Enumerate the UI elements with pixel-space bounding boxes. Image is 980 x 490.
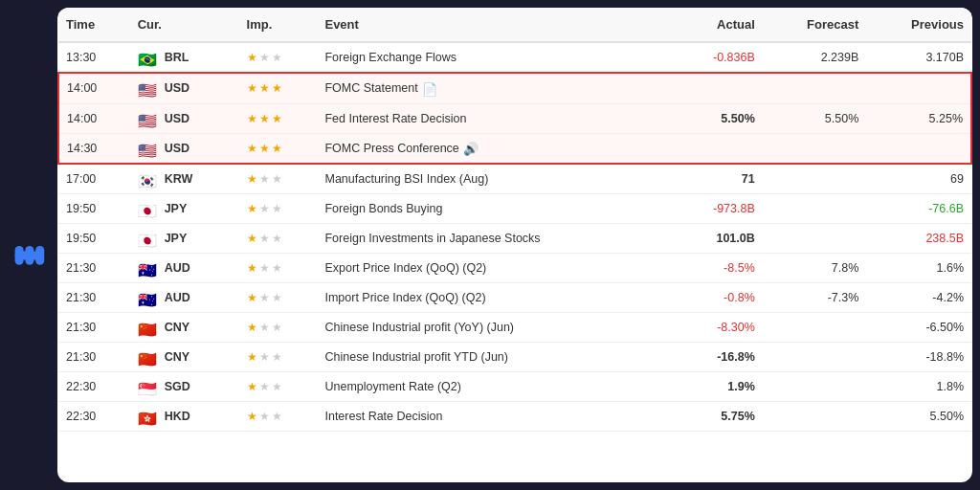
currency-code: AUD bbox=[165, 291, 190, 304]
event-name: Foreign Exchange Flows bbox=[324, 51, 457, 64]
header-event: Event bbox=[317, 8, 674, 42]
svg-rect-3 bbox=[15, 251, 45, 259]
cell-currency: 🇺🇸 USD bbox=[130, 103, 239, 133]
cell-previous: 1.8% bbox=[866, 372, 971, 402]
cell-currency: 🇭🇰 HKD bbox=[130, 402, 239, 432]
star-1: ★ bbox=[259, 291, 270, 304]
cell-event: Manufacturing BSI Index (Aug) bbox=[317, 164, 674, 194]
table-container[interactable]: Time Cur. Imp. Event Actual Forecast Pre… bbox=[57, 8, 972, 482]
cell-time: 13:30 bbox=[58, 42, 130, 73]
star-2: ★ bbox=[272, 51, 282, 64]
currency-code: BRL bbox=[165, 51, 189, 64]
cell-impact: ★★★ bbox=[239, 133, 318, 164]
event-name: Interest Rate Decision bbox=[324, 410, 442, 423]
star-0: ★ bbox=[247, 142, 257, 155]
table-row: 19:50 🇯🇵 JPY ★★★ Foreign Bonds Buying -9… bbox=[58, 194, 971, 224]
cell-impact: ★★★ bbox=[239, 254, 318, 283]
event-name: FOMC Press Conference bbox=[324, 142, 458, 155]
currency-code: USD bbox=[165, 112, 189, 125]
cell-previous: -4.2% bbox=[866, 283, 971, 313]
cell-time: 22:30 bbox=[58, 402, 130, 432]
cell-impact: ★★★ bbox=[239, 164, 318, 194]
cell-impact: ★★★ bbox=[239, 283, 318, 313]
cell-currency: 🇦🇺 AUD bbox=[130, 254, 239, 283]
currency-code: HKD bbox=[165, 410, 190, 423]
flag-icon: 🇦🇺 bbox=[138, 261, 157, 275]
cell-time: 14:30 bbox=[58, 133, 130, 164]
currency-code: JPY bbox=[165, 232, 188, 245]
cell-impact: ★★★ bbox=[239, 343, 318, 372]
star-2: ★ bbox=[272, 172, 282, 186]
currency-code: USD bbox=[165, 142, 189, 155]
star-1: ★ bbox=[259, 350, 270, 364]
cell-forecast bbox=[763, 224, 867, 254]
cell-impact: ★★★ bbox=[239, 73, 318, 103]
table-row: 21:30 🇦🇺 AUD ★★★ Export Price Index (QoQ… bbox=[58, 254, 971, 283]
star-2: ★ bbox=[272, 410, 282, 423]
flag-icon: 🇯🇵 bbox=[138, 202, 157, 215]
star-2: ★ bbox=[272, 81, 282, 95]
cell-previous: 238.5B bbox=[866, 224, 971, 254]
table-row: 13:30 🇧🇷 BRL ★★★ Foreign Exchange Flows … bbox=[58, 42, 971, 73]
cell-actual bbox=[674, 133, 762, 164]
cell-time: 17:00 bbox=[58, 164, 130, 194]
header-currency: Cur. bbox=[130, 8, 239, 42]
cell-forecast bbox=[763, 372, 867, 402]
star-2: ★ bbox=[272, 261, 282, 275]
cell-event: Interest Rate Decision bbox=[317, 402, 674, 432]
star-2: ★ bbox=[272, 202, 282, 215]
cell-currency: 🇯🇵 JPY bbox=[130, 224, 239, 254]
currency-code: USD bbox=[165, 81, 189, 95]
star-2: ★ bbox=[272, 291, 282, 304]
cell-currency: 🇦🇺 AUD bbox=[130, 283, 239, 313]
cell-previous: -18.8% bbox=[866, 343, 971, 372]
cell-time: 19:50 bbox=[58, 194, 130, 224]
event-name: Chinese Industrial profit (YoY) (Jun) bbox=[324, 321, 514, 334]
cell-forecast: -7.3% bbox=[763, 283, 867, 313]
event-name: Manufacturing BSI Index (Aug) bbox=[324, 172, 488, 186]
sidebar bbox=[0, 0, 57, 490]
cell-event: Foreign Bonds Buying bbox=[317, 194, 674, 224]
star-2: ★ bbox=[272, 142, 282, 155]
currency-code: KRW bbox=[165, 172, 193, 186]
cell-actual: -0.8% bbox=[674, 283, 762, 313]
star-1: ★ bbox=[259, 202, 270, 215]
main-content: Time Cur. Imp. Event Actual Forecast Pre… bbox=[57, 8, 972, 482]
star-0: ★ bbox=[247, 380, 257, 393]
cell-impact: ★★★ bbox=[239, 194, 318, 224]
cell-event: Foreign Investments in Japanese Stocks bbox=[317, 224, 674, 254]
cell-currency: 🇯🇵 JPY bbox=[130, 194, 239, 224]
star-2: ★ bbox=[272, 321, 282, 334]
cell-currency: 🇺🇸 USD bbox=[130, 73, 239, 103]
cell-event: Fed Interest Rate Decision bbox=[317, 103, 674, 133]
economic-calendar-table: Time Cur. Imp. Event Actual Forecast Pre… bbox=[57, 8, 972, 432]
star-0: ★ bbox=[247, 291, 257, 304]
cell-forecast bbox=[763, 402, 867, 432]
star-2: ★ bbox=[272, 350, 282, 364]
event-name: Import Price Index (QoQ) (Q2) bbox=[324, 291, 485, 304]
cell-forecast bbox=[763, 133, 867, 164]
cell-time: 14:00 bbox=[58, 103, 130, 133]
star-0: ★ bbox=[247, 350, 257, 364]
cell-previous bbox=[866, 133, 971, 164]
cell-actual: 71 bbox=[674, 164, 762, 194]
star-1: ★ bbox=[259, 172, 270, 186]
flag-icon: 🇺🇸 bbox=[138, 142, 157, 155]
star-1: ★ bbox=[259, 321, 270, 334]
flag-icon: 🇦🇺 bbox=[138, 291, 157, 304]
star-2: ★ bbox=[272, 380, 282, 393]
cell-actual: -8.5% bbox=[674, 254, 762, 283]
star-1: ★ bbox=[259, 380, 270, 393]
table-row: 17:00 🇰🇷 KRW ★★★ Manufacturing BSI Index… bbox=[58, 164, 971, 194]
cell-actual: -0.836B bbox=[674, 42, 762, 73]
star-0: ★ bbox=[247, 410, 257, 423]
currency-code: CNY bbox=[165, 350, 189, 364]
table-header: Time Cur. Imp. Event Actual Forecast Pre… bbox=[58, 8, 971, 42]
star-1: ★ bbox=[259, 261, 270, 275]
cell-actual: -973.8B bbox=[674, 194, 762, 224]
flag-icon: 🇯🇵 bbox=[138, 232, 157, 245]
cell-actual: 1.9% bbox=[674, 372, 762, 402]
flag-icon: 🇨🇳 bbox=[138, 350, 157, 364]
cell-time: 14:00 bbox=[58, 73, 130, 103]
cell-impact: ★★★ bbox=[239, 42, 318, 73]
